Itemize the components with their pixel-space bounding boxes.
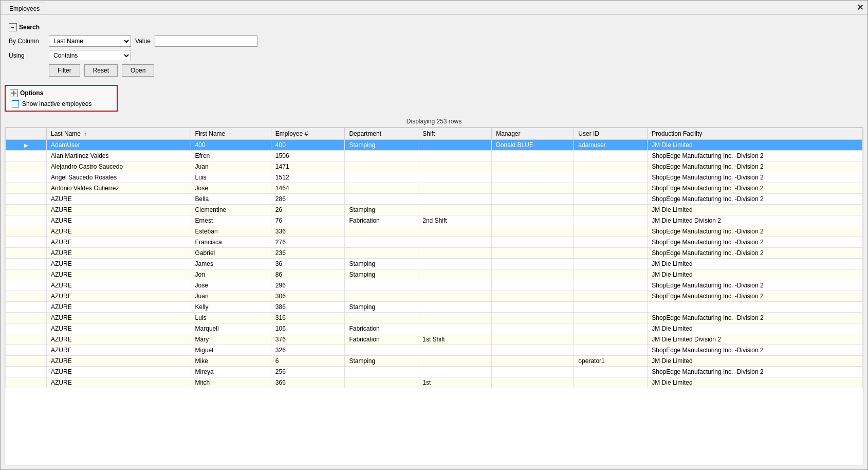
cell-first-name: Mary (191, 334, 271, 345)
cell-shift (418, 345, 492, 356)
row-arrow-indicator (6, 291, 47, 302)
table-row[interactable]: AZUREJuan306ShopEdge Manufacturing Inc. … (6, 291, 863, 302)
cell-user-id (574, 259, 648, 269)
cell-shift (418, 205, 492, 215)
table-row[interactable]: AZUREMike6Stampingoperator1JM Die Limite… (6, 356, 863, 367)
table-row[interactable]: AZUREFrancisca276ShopEdge Manufacturing … (6, 237, 863, 248)
table-row[interactable]: AZUREMarquell106FabricationJM Die Limite… (6, 323, 863, 334)
options-section: Options Show inactive employees (5, 85, 118, 112)
cell-manager (492, 367, 574, 377)
cell-production-facility: ShopEdge Manufacturing Inc. -Division 2 (648, 291, 863, 302)
table-row[interactable]: Alejandro Castro SaucedoJuan1471ShopEdge… (6, 161, 863, 172)
row-arrow-indicator (6, 248, 47, 259)
cell-user-id (574, 377, 648, 388)
row-arrow-indicator (6, 259, 47, 269)
table-row[interactable]: AZUREJon86StampingJM Die Limited (6, 269, 863, 280)
table-row[interactable]: AZUREEsteban336ShopEdge Manufacturing In… (6, 226, 863, 237)
cell-department (345, 226, 418, 237)
table-row[interactable]: AZUREMary376Fabrication1st ShiftJM Die L… (6, 334, 863, 345)
close-button[interactable]: ✕ (857, 3, 863, 12)
row-arrow-indicator (6, 215, 47, 226)
cell-shift (418, 313, 492, 323)
cell-last-name: AZURE (47, 248, 191, 259)
table-row[interactable]: Angel Saucedo RosalesLuis1512ShopEdge Ma… (6, 172, 863, 183)
cell-last-name: AZURE (47, 194, 191, 205)
cell-production-facility: JM Die Limited Division 2 (648, 334, 863, 345)
cell-department (345, 237, 418, 248)
cell-first-name: Clementine (191, 205, 271, 215)
cell-last-name: AZURE (47, 291, 191, 302)
row-arrow-indicator (6, 356, 47, 367)
svg-rect-1 (13, 91, 14, 96)
table-row[interactable]: Alan Martinez ValdesEfren1506ShopEdge Ma… (6, 151, 863, 161)
search-section: − Search By Column Last Name First Name … (5, 19, 863, 81)
table-row[interactable]: AZUREGabriel236ShopEdge Manufacturing In… (6, 248, 863, 259)
cell-shift (418, 356, 492, 367)
cell-production-facility: ShopEdge Manufacturing Inc. -Division 2 (648, 280, 863, 291)
by-column-select[interactable]: Last Name First Name Employee # Departme… (49, 35, 131, 47)
cell-user-id (574, 269, 648, 280)
cell-user-id (574, 345, 648, 356)
using-row: Using Contains Starts With Ends With Equ… (9, 50, 859, 61)
open-button[interactable]: Open (122, 64, 154, 77)
using-label: Using (9, 52, 45, 59)
th-first-name[interactable]: First Name ↑ (191, 128, 271, 140)
cell-user-id (574, 334, 648, 345)
cell-department: Stamping (345, 205, 418, 215)
search-collapse-icon[interactable]: − (9, 23, 17, 31)
filter-button[interactable]: Filter (49, 64, 80, 77)
table-row[interactable]: AZUREMiguel326ShopEdge Manufacturing Inc… (6, 345, 863, 356)
cell-production-facility: JM Die Limited Division 2 (648, 215, 863, 226)
table-row[interactable]: AZUREKelly386Stamping (6, 302, 863, 313)
cell-first-name: Kelly (191, 302, 271, 313)
th-production-facility[interactable]: Production Facility (648, 128, 863, 140)
cell-shift (418, 237, 492, 248)
cell-last-name: AZURE (47, 334, 191, 345)
cell-manager (492, 205, 574, 215)
table-row[interactable]: AZUREMireya256ShopEdge Manufacturing Inc… (6, 367, 863, 377)
cell-first-name: Marquell (191, 323, 271, 334)
table-row[interactable]: AZUREJose296ShopEdge Manufacturing Inc. … (6, 280, 863, 291)
cell-manager (492, 215, 574, 226)
options-collapse-icon[interactable] (10, 89, 18, 97)
show-inactive-checkbox[interactable] (12, 100, 19, 107)
cell-last-name: AZURE (47, 356, 191, 367)
th-shift[interactable]: Shift (418, 128, 492, 140)
employees-tab[interactable]: Employees (3, 3, 46, 14)
table-row[interactable]: AZUREMitch3661stJM Die Limited (6, 377, 863, 388)
using-select[interactable]: Contains Starts With Ends With Equals (49, 50, 131, 61)
cell-department (345, 291, 418, 302)
cell-production-facility: JM Die Limited (648, 140, 863, 151)
th-manager[interactable]: Manager (492, 128, 574, 140)
cell-production-facility: ShopEdge Manufacturing Inc. -Division 2 (648, 183, 863, 194)
table-row[interactable]: AZURELuis316ShopEdge Manufacturing Inc. … (6, 313, 863, 323)
th-department[interactable]: Department (345, 128, 418, 140)
table-row[interactable]: AZUREBella286ShopEdge Manufacturing Inc.… (6, 194, 863, 205)
table-row[interactable]: AZUREClementine26StampingJM Die Limited (6, 205, 863, 215)
table-row[interactable]: ▶AdamUser400400StampingDonald BLUEadamus… (6, 140, 863, 151)
cell-shift: 1st Shift (418, 334, 492, 345)
th-employee-num[interactable]: Employee # (271, 128, 345, 140)
cell-shift (418, 291, 492, 302)
cell-manager (492, 323, 574, 334)
cell-department: Stamping (345, 269, 418, 280)
cell-employee-num: 336 (271, 226, 345, 237)
reset-button[interactable]: Reset (84, 64, 118, 77)
employees-table-container[interactable]: Last Name ↑ First Name ↑ Employee # Depa… (5, 127, 863, 465)
cell-department: Fabrication (345, 323, 418, 334)
table-row[interactable]: AZUREErnest76Fabrication2nd ShiftJM Die … (6, 215, 863, 226)
row-arrow-indicator (6, 226, 47, 237)
th-last-name[interactable]: Last Name ↑ (47, 128, 191, 140)
cell-production-facility (648, 302, 863, 313)
th-user-id[interactable]: User ID (574, 128, 648, 140)
cell-department (345, 172, 418, 183)
cell-shift (418, 172, 492, 183)
cell-employee-num: 106 (271, 323, 345, 334)
value-input[interactable] (155, 35, 257, 47)
table-row[interactable]: AZUREJames36StampingJM Die Limited (6, 259, 863, 269)
table-row[interactable]: Antonio Valdes GutierrezJose1464ShopEdge… (6, 183, 863, 194)
cell-employee-num: 76 (271, 215, 345, 226)
cell-last-name: AZURE (47, 205, 191, 215)
cell-last-name: Angel Saucedo Rosales (47, 172, 191, 183)
cell-first-name: Juan (191, 161, 271, 172)
